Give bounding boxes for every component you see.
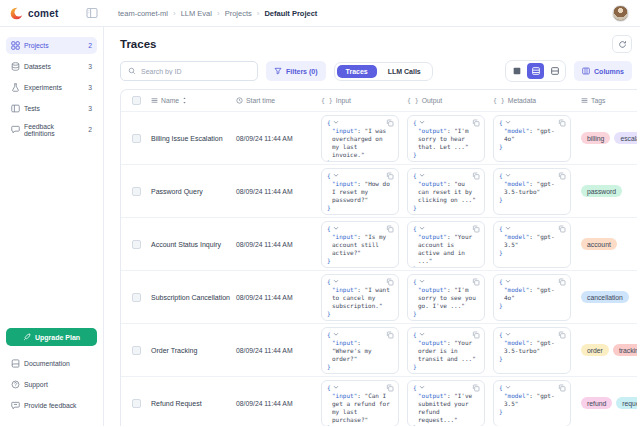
metadata-cell[interactable]: { "model": "gpt-4o" } xyxy=(493,274,571,321)
copy-icon[interactable] xyxy=(472,331,480,339)
output-cell[interactable]: { "output": "I've submitted your refund … xyxy=(407,380,485,427)
sidebar-spacer xyxy=(6,142,97,328)
chevron-down-icon xyxy=(333,332,339,337)
column-header-name[interactable]: Name xyxy=(151,97,236,104)
tab-llm-calls[interactable]: LLM Calls xyxy=(379,65,430,78)
input-cell[interactable]: { "input": "Where's my order?" } xyxy=(321,327,399,374)
json-key: "input" xyxy=(332,392,357,399)
search-box[interactable] xyxy=(120,61,258,81)
metadata-cell[interactable]: { "model": "gpt-4o" } xyxy=(493,115,571,162)
table-row[interactable]: Order Tracking 08/09/24 11:44 AM { "inpu… xyxy=(121,324,637,377)
column-header-start-time[interactable]: Start time xyxy=(236,97,321,104)
tag-pill[interactable]: billing xyxy=(581,132,610,144)
tag-pill[interactable]: cancellation xyxy=(581,291,629,303)
table-row[interactable]: Password Query 08/09/24 11:44 AM { "inpu… xyxy=(121,165,637,218)
copy-icon[interactable] xyxy=(558,278,566,286)
copy-icon[interactable] xyxy=(558,225,566,233)
sidebar-item-documentation[interactable]: Documentation xyxy=(6,355,97,372)
output-cell[interactable]: { "output": "I'm sorry to see you go. I'… xyxy=(407,274,485,321)
row-height-toggle xyxy=(505,60,566,82)
sort-icon xyxy=(182,97,187,104)
output-cell[interactable]: { "output": "Your order is in transit an… xyxy=(407,327,485,374)
breadcrumb-item[interactable]: LLM Eval xyxy=(181,9,212,18)
chevron-down-icon xyxy=(333,226,339,231)
column-header-metadata[interactable]: { } Metadata xyxy=(493,97,581,105)
row-checkbox[interactable] xyxy=(132,293,141,302)
sidebar-item-feedback-definitions[interactable]: Feedback definitions2 xyxy=(6,121,97,138)
output-cell[interactable]: { "output": "Your account is active and … xyxy=(407,221,485,268)
copy-icon[interactable] xyxy=(386,384,394,392)
table-row[interactable]: Refund Request 08/09/24 11:44 AM { "inpu… xyxy=(121,377,637,426)
column-header-output[interactable]: { } Output xyxy=(407,97,493,105)
row-checkbox[interactable] xyxy=(132,399,141,408)
output-cell[interactable]: { "output": "ou can reset it by clicking… xyxy=(407,168,485,215)
column-header-input[interactable]: { } Input xyxy=(321,97,407,105)
sidebar-item-experiments[interactable]: Experiments3 xyxy=(6,79,97,96)
select-all-checkbox[interactable] xyxy=(132,96,141,105)
metadata-cell[interactable]: { "model": "gpt-3.5-turbo" } xyxy=(493,327,571,374)
copy-icon[interactable] xyxy=(386,278,394,286)
table-row[interactable]: Billing Issue Escalation 08/09/24 11:44 … xyxy=(121,112,637,165)
input-cell[interactable]: { "input": "How do I reset my password?"… xyxy=(321,168,399,215)
refresh-button[interactable] xyxy=(612,35,632,53)
row-checkbox[interactable] xyxy=(132,187,141,196)
tag-pill[interactable]: password xyxy=(581,185,622,197)
comet-logo[interactable]: comet xyxy=(0,7,86,20)
json-key: "input" xyxy=(332,233,357,240)
sidebar-item-support[interactable]: Support xyxy=(6,376,97,393)
copy-icon[interactable] xyxy=(472,225,480,233)
copy-icon[interactable] xyxy=(472,172,480,180)
output-cell[interactable]: { "output": "I'm sorry to hear that. Let… xyxy=(407,115,485,162)
copy-icon[interactable] xyxy=(386,119,394,127)
breadcrumb-item[interactable]: Default Project xyxy=(264,9,317,18)
row-height-small-button[interactable] xyxy=(508,63,525,79)
row-checkbox[interactable] xyxy=(132,346,141,355)
row-checkbox[interactable] xyxy=(132,134,141,143)
column-header-tags[interactable]: Tags xyxy=(581,97,637,104)
copy-icon[interactable] xyxy=(472,278,480,286)
tag-pill[interactable]: order xyxy=(581,344,609,356)
tag-pill[interactable]: escalation xyxy=(614,132,637,144)
breadcrumb-item[interactable]: Projects xyxy=(225,9,252,18)
copy-icon[interactable] xyxy=(472,384,480,392)
copy-icon[interactable] xyxy=(558,119,566,127)
metadata-cell[interactable]: { "model": "gpt-3.5" } xyxy=(493,221,571,268)
tag-pill[interactable]: account xyxy=(581,238,617,250)
table-row[interactable]: Account Status Inquiry 08/09/24 11:44 AM… xyxy=(121,218,637,271)
tag-pill[interactable]: request xyxy=(616,397,637,409)
table-row[interactable]: Subscription Cancellation 08/09/24 11:44… xyxy=(121,271,637,324)
filters-button[interactable]: Filters (0) xyxy=(266,61,326,81)
breadcrumb-item[interactable]: team-comet-ml xyxy=(118,9,168,18)
input-cell[interactable]: { "input": "Can I get a refund for my la… xyxy=(321,380,399,427)
sidebar-item-provide-feedback[interactable]: Provide feedback xyxy=(6,397,97,414)
sidebar-item-datasets[interactable]: Datasets3 xyxy=(6,58,97,75)
row-height-medium-button[interactable] xyxy=(527,63,544,79)
copy-icon[interactable] xyxy=(472,119,480,127)
tag-pill[interactable]: refund xyxy=(581,397,612,409)
sidebar-toggle-icon[interactable] xyxy=(86,6,100,20)
metadata-cell[interactable]: { "model": "gpt-3.5-turbo" } xyxy=(493,168,571,215)
input-cell[interactable]: { "input": "I want to cancel my subscrip… xyxy=(321,274,399,321)
tag-pill[interactable]: tracking xyxy=(613,344,637,356)
copy-icon[interactable] xyxy=(386,172,394,180)
chevron-down-icon xyxy=(505,120,511,125)
columns-button[interactable]: Columns xyxy=(574,61,632,81)
input-cell[interactable]: { "input": "I was overcharged on my last… xyxy=(321,115,399,162)
copy-icon[interactable] xyxy=(558,331,566,339)
tab-traces[interactable]: Traces xyxy=(337,65,377,78)
copy-icon[interactable] xyxy=(558,172,566,180)
metadata-cell[interactable]: { "model": "gpt-3.5" } xyxy=(493,380,571,427)
sidebar-item-projects[interactable]: Projects2 xyxy=(6,37,97,54)
row-checkbox[interactable] xyxy=(132,240,141,249)
copy-icon[interactable] xyxy=(386,225,394,233)
search-input[interactable] xyxy=(141,68,250,75)
sidebar-item-tests[interactable]: Tests3 xyxy=(6,100,97,117)
input-cell[interactable]: { "input": "Is my account still active?"… xyxy=(321,221,399,268)
trace-tags: ordertracking xyxy=(581,344,637,356)
user-avatar[interactable] xyxy=(612,5,629,22)
row-height-large-button[interactable] xyxy=(546,63,563,79)
upgrade-plan-button[interactable]: Upgrade Plan xyxy=(6,328,97,346)
help-icon xyxy=(11,380,20,389)
copy-icon[interactable] xyxy=(558,384,566,392)
copy-icon[interactable] xyxy=(386,331,394,339)
